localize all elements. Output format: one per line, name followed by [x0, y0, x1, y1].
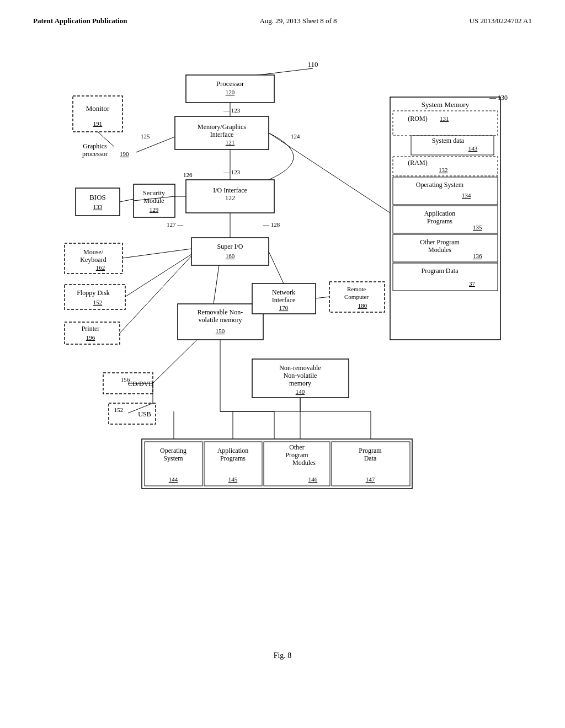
svg-line-54: [214, 265, 219, 304]
ref-124: 124: [291, 133, 300, 140]
page-header: Patent Application Publication Aug. 29, …: [33, 17, 532, 31]
network-label: Network: [272, 288, 295, 296]
floppy-disk-box: [65, 285, 125, 309]
memory-graphics-label: Memory/Graphics: [198, 123, 246, 131]
rom-label: (ROM): [408, 115, 427, 122]
system-data-label: System data: [432, 137, 465, 144]
svg-text:133: 133: [93, 204, 103, 210]
svg-text:143: 143: [468, 145, 478, 152]
removable-label: Removable Non-: [198, 308, 243, 316]
svg-text:121: 121: [226, 139, 235, 146]
system-memory-label: System Memory: [422, 100, 470, 109]
ram-label: (RAM): [408, 159, 427, 167]
ref-125: 125: [141, 133, 150, 140]
os-ram-label: Operating System: [416, 181, 464, 189]
diagram-container: 110 Processor 120 — 123 Memory/Graphics …: [42, 47, 523, 643]
app-programs-ram-label: Application: [424, 210, 456, 217]
svg-text:Interface: Interface: [272, 296, 296, 304]
svg-text:140: 140: [296, 388, 305, 395]
ref-127: 127 —: [167, 221, 184, 228]
svg-line-51: [122, 249, 191, 258]
bottom-other-label: Other: [289, 443, 304, 451]
svg-text:129: 129: [150, 206, 159, 213]
svg-text:volatile memory: volatile memory: [199, 316, 242, 324]
svg-text:170: 170: [279, 304, 289, 311]
bottom-data-label: Program: [359, 447, 382, 454]
svg-text:162: 162: [96, 264, 105, 271]
svg-text:Programs: Programs: [220, 454, 246, 462]
ref-123b: — 123: [223, 169, 241, 175]
svg-text:memory: memory: [289, 379, 311, 387]
svg-text:131: 131: [440, 115, 449, 122]
svg-text:Interface: Interface: [210, 131, 234, 138]
svg-text:132: 132: [439, 167, 448, 173]
svg-text:147: 147: [366, 476, 375, 483]
svg-text:Modules: Modules: [292, 459, 316, 467]
other-modules-ram-label: Other Program: [420, 238, 460, 246]
svg-text:Programs: Programs: [427, 217, 452, 225]
svg-text:System: System: [163, 454, 183, 462]
ref-110-label: 110: [307, 60, 318, 68]
bottom-os-label: Operating: [160, 447, 186, 454]
page: Patent Application Publication Aug. 29, …: [0, 0, 565, 728]
ref-123a: — 123: [223, 107, 241, 114]
svg-text:144: 144: [169, 476, 178, 483]
header-right: US 2013/0224702 A1: [470, 17, 532, 25]
svg-text:152: 152: [93, 299, 103, 306]
svg-line-52: [125, 254, 191, 297]
svg-text:Non-volatile: Non-volatile: [284, 372, 317, 379]
bottom-app-label: Application: [217, 447, 249, 454]
svg-text:Keyboard: Keyboard: [80, 256, 106, 264]
svg-line-55: [269, 251, 284, 283]
super-io-label: Super I/O: [217, 243, 243, 250]
svg-text:134: 134: [462, 192, 471, 199]
svg-text:Data: Data: [364, 454, 377, 462]
ref-130: — 130: [489, 94, 508, 101]
svg-text:145: 145: [228, 476, 238, 483]
remote-label: Remote: [347, 286, 366, 292]
floppy-disk-label: Floppy Disk: [77, 289, 110, 297]
processor-label: Processor: [216, 79, 244, 88]
header-center: Aug. 29, 2013 Sheet 8 of 8: [259, 17, 337, 25]
svg-line-57: [153, 340, 197, 383]
usb-label: USB: [138, 410, 151, 418]
svg-text:Modules: Modules: [428, 246, 451, 254]
bios-label: BIOS: [89, 193, 106, 201]
mouse-keyboard-label: Mouse/: [83, 248, 104, 256]
svg-text:processor: processor: [82, 150, 108, 158]
svg-line-56: [316, 297, 329, 298]
svg-text:Program: Program: [285, 451, 308, 459]
svg-text:146: 146: [308, 476, 318, 483]
svg-text:160: 160: [226, 253, 235, 259]
svg-text:Computer: Computer: [344, 293, 369, 300]
svg-text:150: 150: [216, 328, 225, 334]
header-left: Patent Application Publication: [33, 17, 127, 25]
ref-126: 126: [183, 172, 193, 178]
program-data-ram-label: Program Data: [422, 267, 459, 275]
svg-text:122: 122: [225, 194, 235, 202]
cd-dvd-label: CD/DVD: [128, 380, 153, 388]
non-removable-label: Non-removable: [279, 364, 321, 372]
svg-text:190: 190: [120, 151, 129, 157]
processor-ref: 120: [226, 89, 235, 95]
svg-text:191: 191: [93, 120, 103, 127]
svg-text:136: 136: [473, 253, 482, 259]
svg-text:135: 135: [473, 224, 482, 231]
monitor-label: Monitor: [86, 104, 110, 113]
svg-text:37: 37: [469, 280, 476, 287]
graphics-processor-label: Graphics: [83, 142, 107, 150]
bios-box: [76, 188, 120, 216]
super-io-box: [191, 238, 269, 265]
ref-128: — 128: [263, 221, 280, 228]
printer-label: Printer: [82, 325, 100, 333]
svg-text:196: 196: [86, 334, 95, 341]
figure-caption: Fig. 8: [42, 651, 523, 660]
security-module-label: Security: [143, 189, 165, 197]
svg-line-50: [120, 199, 134, 202]
ref-152b: 152: [114, 406, 124, 413]
io-interface-label: I/O Interface: [213, 186, 247, 194]
svg-text:180: 180: [358, 302, 367, 309]
